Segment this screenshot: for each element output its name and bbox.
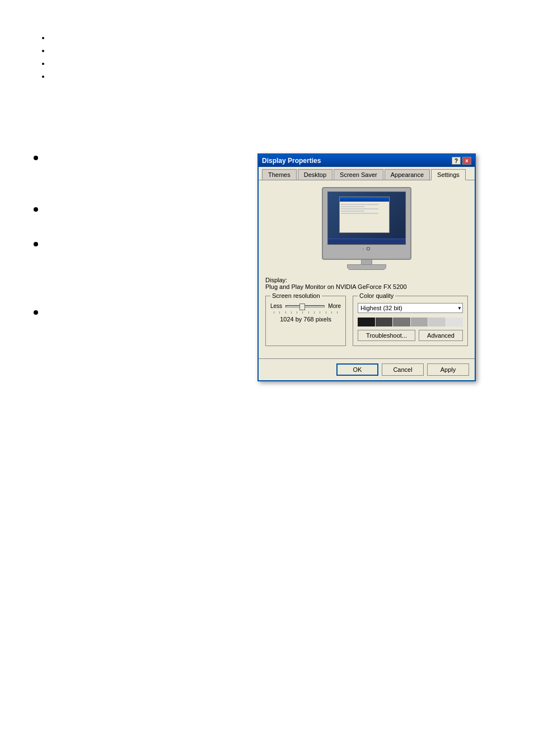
slider-ticks <box>270 311 341 314</box>
screen-line-4 <box>341 211 364 212</box>
troubleshoot-button[interactable]: Troubleshoot... <box>358 330 415 341</box>
cancel-button[interactable]: Cancel <box>382 363 424 376</box>
bullet-dot-1 <box>34 156 38 160</box>
monitor-container: · O <box>322 187 411 270</box>
tab-appearance[interactable]: Appearance <box>385 169 430 180</box>
screen-content <box>328 192 405 244</box>
display-label: Display: <box>265 277 468 283</box>
tick-7 <box>308 311 309 314</box>
apply-button[interactable]: Apply <box>427 363 469 376</box>
top-bullet-list <box>34 34 500 81</box>
tick-3 <box>285 311 286 314</box>
display-value: Plug and Play Monitor on NVIDIA GeForce … <box>265 283 468 290</box>
monitor-preview: · O <box>265 187 468 270</box>
left-column <box>34 153 246 381</box>
display-info: Display: Plug and Play Monitor on NVIDIA… <box>265 277 468 290</box>
tab-themes[interactable]: Themes <box>262 169 297 180</box>
top-bullet-3 <box>50 59 500 68</box>
color-content: Lowest (4 bit) Medium (16 bit) Highest (… <box>358 301 463 326</box>
color-quality-group: Color quality Lowest (4 bit) Medium (16 … <box>353 296 468 346</box>
close-button[interactable]: × <box>462 157 471 165</box>
color-bar-6 <box>446 318 463 326</box>
monitor-base <box>347 264 386 270</box>
color-bar-2 <box>376 318 392 326</box>
tick-11 <box>331 311 332 314</box>
advanced-button[interactable]: Advanced <box>419 330 463 341</box>
monitor-screen <box>327 192 406 245</box>
tick-8 <box>314 311 315 314</box>
left-bullet-4 <box>34 308 246 315</box>
tick-2 <box>279 311 280 314</box>
top-bullet-2 <box>50 46 500 55</box>
tick-9 <box>320 311 320 314</box>
screen-line-3 <box>341 208 378 209</box>
dialog-footer: OK Cancel Apply <box>259 358 475 380</box>
tick-4 <box>291 311 292 314</box>
tab-desktop[interactable]: Desktop <box>298 169 332 180</box>
color-quality-select[interactable]: Lowest (4 bit) Medium (16 bit) Highest (… <box>358 303 463 313</box>
top-bullet-1 <box>50 34 500 42</box>
left-bullet-3 <box>34 240 246 246</box>
bullet-dot-2 <box>34 207 38 212</box>
monitor-outer: · O <box>322 187 411 260</box>
screen-line-2 <box>341 206 364 207</box>
tab-screen-saver[interactable]: Screen Saver <box>334 169 383 180</box>
less-label: Less <box>270 303 282 309</box>
color-bar-4 <box>411 318 428 326</box>
tick-12 <box>337 311 338 314</box>
bullet-dot-4 <box>34 310 38 315</box>
dialog-titlebar: Display Properties ? × <box>259 155 475 167</box>
screen-taskbar <box>328 239 405 244</box>
dialog-body: · O Display: Plug and Play Monitor on NV… <box>259 180 475 358</box>
lower-section: Display Properties ? × Themes Desktop Sc… <box>0 153 534 381</box>
color-bar-3 <box>393 318 410 326</box>
screen-resolution-group: Screen resolution Less More <box>265 296 346 346</box>
screen-line-5 <box>341 213 378 214</box>
resolution-slider-thumb[interactable] <box>299 304 305 310</box>
dialog-title: Display Properties <box>262 157 321 165</box>
tab-settings[interactable]: Settings <box>431 169 466 180</box>
action-row: Troubleshoot... Advanced <box>358 330 463 341</box>
right-column: Display Properties ? × Themes Desktop Sc… <box>246 153 500 381</box>
resolution-slider-track[interactable] <box>285 305 325 307</box>
resolution-value: 1024 by 768 pixels <box>270 316 341 323</box>
more-label: More <box>328 303 341 309</box>
screen-line-1 <box>341 204 378 205</box>
screen-window-content <box>340 203 389 216</box>
display-properties-dialog: Display Properties ? × Themes Desktop Sc… <box>257 153 476 381</box>
color-quality-label: Color quality <box>358 292 395 299</box>
dialog-controls: ? × <box>452 157 471 165</box>
screen-window-bar <box>340 197 389 202</box>
color-bar-5 <box>428 318 445 326</box>
tick-1 <box>274 311 274 314</box>
screen-resolution-label: Screen resolution <box>270 292 322 299</box>
tab-bar: Themes Desktop Screen Saver Appearance S… <box>259 167 475 180</box>
monitor-neck <box>361 260 372 264</box>
tick-5 <box>297 311 297 314</box>
color-bar-1 <box>358 318 374 326</box>
ok-button[interactable]: OK <box>336 363 378 376</box>
help-button[interactable]: ? <box>452 157 461 165</box>
left-bullet-2 <box>34 205 246 212</box>
top-content <box>0 0 534 103</box>
top-bullet-4 <box>50 72 500 81</box>
bullet-dot-3 <box>34 242 38 246</box>
left-bullet-1 <box>34 153 246 160</box>
slider-row: Less More <box>270 303 341 309</box>
tick-10 <box>326 311 326 314</box>
settings-row: Screen resolution Less More <box>265 296 468 346</box>
monitor-indicator: · O <box>362 246 371 251</box>
color-select-wrapper: Lowest (4 bit) Medium (16 bit) Highest (… <box>358 303 463 313</box>
color-bars <box>358 318 463 326</box>
resolution-content: Less More <box>270 301 341 323</box>
tick-6 <box>302 311 303 314</box>
screen-window <box>339 197 390 233</box>
